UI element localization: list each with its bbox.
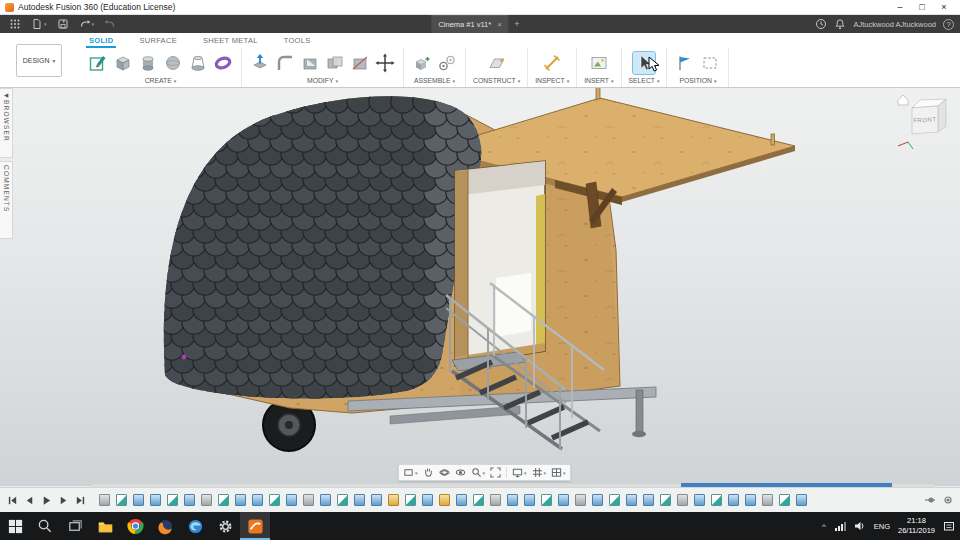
doorway[interactable] [455, 161, 545, 366]
insert-button[interactable] [588, 52, 610, 74]
timeline-feature-icon[interactable] [133, 494, 144, 506]
timeline-feature-icon[interactable] [252, 494, 263, 506]
timeline-feature-icon[interactable] [592, 494, 603, 506]
timeline-feature-icon[interactable] [473, 494, 484, 506]
assemble-menu[interactable]: ASSEMBLE▾ [414, 77, 455, 85]
timeline-feature-icon[interactable] [439, 494, 450, 506]
speaker-icon[interactable] [854, 520, 866, 532]
network-icon[interactable] [834, 520, 846, 532]
timeline-feature-icon[interactable] [116, 494, 127, 506]
timeline-feature-icon[interactable] [609, 494, 620, 506]
save-button[interactable] [52, 15, 74, 33]
edge-button[interactable] [180, 512, 210, 540]
shell-button[interactable] [299, 52, 321, 74]
position-menu[interactable]: POSITION▾ [679, 77, 716, 85]
timeline-feature-icon[interactable] [643, 494, 654, 506]
tab-surface[interactable]: SURFACE [136, 34, 180, 48]
step-back-button[interactable] [23, 494, 36, 507]
timeline-feature-icon[interactable] [507, 494, 518, 506]
task-view-button[interactable] [60, 512, 90, 540]
timeline-feature-icon[interactable] [269, 494, 280, 506]
zoom-button[interactable]: ▾ [471, 467, 486, 478]
construct-plane-button[interactable] [486, 52, 508, 74]
timeline-feature-icon[interactable] [286, 494, 297, 506]
timeline-feature-icon[interactable] [541, 494, 552, 506]
language-indicator[interactable]: ENG [874, 522, 890, 531]
capture-position-button[interactable] [674, 52, 696, 74]
help-button[interactable]: ? [943, 19, 954, 30]
create-sketch-button[interactable] [87, 52, 109, 74]
close-button[interactable]: × [933, 0, 955, 14]
skip-to-start-button[interactable] [6, 494, 19, 507]
construct-menu[interactable]: CONSTRUCT▾ [473, 77, 520, 85]
tab-close-icon[interactable]: × [497, 20, 502, 29]
chrome-button[interactable] [120, 512, 150, 540]
timeline-feature-icon[interactable] [405, 494, 416, 506]
create-torus-button[interactable] [212, 52, 234, 74]
timeline-feature-icon[interactable] [490, 494, 501, 506]
create-sphere-button[interactable] [162, 52, 184, 74]
timeline-feature-icon[interactable] [320, 494, 331, 506]
timeline-settings-icon[interactable] [942, 494, 954, 506]
tab-tools[interactable]: TOOLS [281, 34, 314, 48]
sidebar-item-comments[interactable]: COMMENTS [0, 161, 13, 239]
create-loft-button[interactable] [187, 52, 209, 74]
pan-button[interactable] [423, 467, 434, 478]
timeline-feature-icon[interactable] [779, 494, 790, 506]
select-menu[interactable]: SELECT▾ [629, 77, 660, 85]
timeline-feature-icon[interactable] [745, 494, 756, 506]
workspace-selector[interactable]: DESIGN ▾ [16, 44, 62, 77]
timeline-feature-icon[interactable] [167, 494, 178, 506]
timeline-feature-icon[interactable] [337, 494, 348, 506]
sidebar-item-browser[interactable]: ◀ BROWSER [0, 88, 13, 158]
timeline-feature-icon[interactable] [626, 494, 637, 506]
start-button[interactable] [0, 512, 30, 540]
timeline-feature-icon[interactable] [371, 494, 382, 506]
timeline-feature-icon[interactable] [796, 494, 807, 506]
orbit-button[interactable] [439, 467, 450, 478]
split-body-button[interactable] [349, 52, 371, 74]
timeline-feature-icon[interactable] [762, 494, 773, 506]
tray-expand-button[interactable]: ^ [822, 522, 826, 531]
fusion360-taskbar-button[interactable] [240, 512, 270, 540]
firefox-button[interactable] [150, 512, 180, 540]
timeline-feature-icon[interactable] [456, 494, 467, 506]
minimize-button[interactable]: – [889, 0, 911, 14]
fillet-button[interactable] [274, 52, 296, 74]
timeline-feature-icon[interactable] [218, 494, 229, 506]
measure-button[interactable] [541, 52, 563, 74]
timeline-feature-icon[interactable] [235, 494, 246, 506]
create-menu[interactable]: CREATE▾ [145, 77, 177, 85]
clock[interactable]: 21:18 26/11/2019 [898, 516, 935, 536]
inspect-menu[interactable]: INSPECT▾ [535, 77, 569, 85]
timeline-feature-icon[interactable] [354, 494, 365, 506]
combine-button[interactable] [324, 52, 346, 74]
create-cylinder-button[interactable] [137, 52, 159, 74]
timeline-feature-icon[interactable] [201, 494, 212, 506]
timeline-feature-icon[interactable] [99, 494, 110, 506]
timeline-feature-icon[interactable] [422, 494, 433, 506]
model-viewport[interactable] [0, 88, 960, 486]
new-component-button[interactable] [411, 52, 433, 74]
timeline-feature-icon[interactable] [303, 494, 314, 506]
press-pull-button[interactable] [249, 52, 271, 74]
timeline-zoom-icon[interactable] [924, 494, 936, 506]
timeline-feature-icon[interactable] [677, 494, 688, 506]
grid-snaps-button[interactable]: ▾ [532, 467, 547, 478]
timeline-feature-icon[interactable] [711, 494, 722, 506]
joint-button[interactable] [436, 52, 458, 74]
timeline-feature-icon[interactable] [150, 494, 161, 506]
modify-menu[interactable]: MODIFY▾ [307, 77, 338, 85]
play-button[interactable] [40, 494, 53, 507]
timeline-feature-icon[interactable] [694, 494, 705, 506]
display-settings-button[interactable]: ▾ [512, 467, 527, 478]
step-forward-button[interactable] [57, 494, 70, 507]
create-box-button[interactable] [112, 52, 134, 74]
viewports-button[interactable]: ▾ [551, 467, 566, 478]
timeline-feature-icon[interactable] [728, 494, 739, 506]
insert-menu[interactable]: INSERT▾ [584, 77, 613, 85]
marking-menu-button[interactable]: ▾ [403, 467, 418, 478]
timeline-feature-icon[interactable] [575, 494, 586, 506]
move-copy-button[interactable] [374, 52, 396, 74]
file-menu-button[interactable]: ▾ [26, 15, 52, 33]
